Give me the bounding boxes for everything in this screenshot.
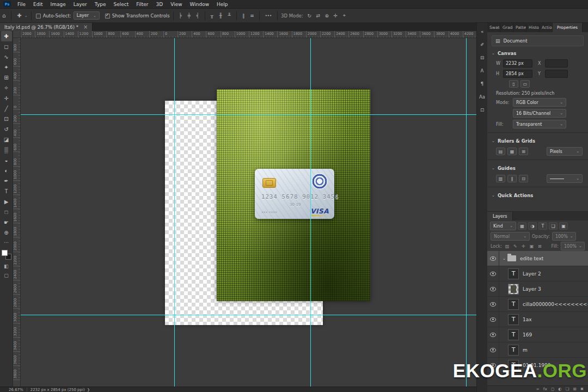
canvas-section-header[interactable]: ⌄ Canvas xyxy=(487,48,588,58)
clone-stamp-tool[interactable]: ⊡ xyxy=(1,114,12,124)
blend-mode-dropdown[interactable]: Normal xyxy=(491,232,530,241)
layer-filter-icon[interactable]: ▦ xyxy=(518,222,526,230)
align-icon[interactable]: ╪ xyxy=(186,13,193,19)
visibility-toggle[interactable] xyxy=(487,251,499,266)
visibility-toggle[interactable] xyxy=(487,297,499,311)
panel-tab[interactable]: Swatc xyxy=(487,23,500,32)
character-panel-icon[interactable]: A xyxy=(477,66,487,75)
menu-item[interactable]: Window xyxy=(186,2,213,7)
align-icon[interactable]: ╞ xyxy=(177,13,184,19)
units-dropdown[interactable]: Pixels xyxy=(547,147,583,156)
paragraph-panel-icon[interactable]: ¶ xyxy=(477,79,487,88)
adjustment-layer-icon[interactable]: ◐ xyxy=(558,387,562,392)
menu-item[interactable]: 3D xyxy=(152,2,167,7)
horizontal-guide[interactable] xyxy=(21,114,476,115)
orientation-icon[interactable]: ▭ xyxy=(520,80,530,88)
layer-row[interactable]: Layer 3 xyxy=(487,281,588,297)
lock-icon[interactable]: ▨ xyxy=(504,244,510,249)
screen-mode-icon[interactable]: ▢ xyxy=(4,273,9,278)
dodge-tool[interactable]: ◐ xyxy=(1,166,12,176)
visibility-toggle[interactable] xyxy=(487,327,499,342)
swatches-panel-icon[interactable]: ⊟ xyxy=(477,53,487,62)
home-icon[interactable]: ⌂ xyxy=(0,13,8,19)
3d-mode-icon[interactable]: ✛ xyxy=(332,13,339,19)
hand-tool[interactable]: ☛ xyxy=(1,217,12,228)
vertical-guide[interactable] xyxy=(174,38,175,387)
expand-caret-icon[interactable]: ⌄ xyxy=(503,256,506,261)
foreground-color-swatch[interactable] xyxy=(2,250,8,256)
auto-select-dropdown[interactable]: Layer xyxy=(74,11,100,20)
orientation-icon[interactable]: ▯ xyxy=(509,80,518,88)
align-icon[interactable]: ╡ xyxy=(194,13,201,19)
panel-tab[interactable]: Histo xyxy=(526,23,540,32)
photoshop-app-icon[interactable]: Ps xyxy=(3,1,11,7)
canvas-fill-dropdown[interactable]: Transparent xyxy=(513,120,566,128)
align-icon[interactable]: ╫ xyxy=(217,13,224,19)
tab-layers[interactable]: Layers xyxy=(487,212,513,220)
visibility-toggle[interactable] xyxy=(487,266,499,281)
lock-icon[interactable]: ⊠ xyxy=(537,244,543,249)
zoom-level-field[interactable]: 26.67% xyxy=(9,388,23,392)
canvas-viewport[interactable]: 1234 5678 9012 3456 30-19 xxx xxxx VISA xyxy=(21,38,476,387)
y-field[interactable] xyxy=(545,70,568,78)
marquee-tool[interactable]: ◻ xyxy=(1,41,12,52)
eyedropper-tool[interactable]: ✧ xyxy=(1,83,12,93)
color-swatches[interactable] xyxy=(2,250,11,260)
kind-filter-dropdown[interactable]: Kind xyxy=(490,222,516,230)
status-arrow-icon[interactable]: ❯ xyxy=(87,388,90,392)
document-tab[interactable]: Italy id.psd @ 26.7% (RGB/16) * × xyxy=(0,23,93,31)
x-field[interactable] xyxy=(545,59,568,68)
zoom-tool[interactable]: ⊕ xyxy=(1,228,12,238)
3d-mode-icon[interactable]: ↻ xyxy=(306,13,313,19)
show-transform-checkbox[interactable] xyxy=(105,14,110,19)
menu-item[interactable]: File xyxy=(14,2,29,7)
layer-filter-icon[interactable]: ▣ xyxy=(559,222,568,230)
pen-tool[interactable]: ✒ xyxy=(1,176,12,186)
opacity-field[interactable]: 100% xyxy=(552,232,576,241)
eraser-tool[interactable]: ◪ xyxy=(1,134,12,145)
panel-tab[interactable]: Patte xyxy=(513,23,526,32)
menu-item[interactable]: View xyxy=(167,2,186,7)
ruler-grid-toggle-icon[interactable]: ⊞ xyxy=(519,148,528,155)
ruler-grid-toggle-icon[interactable]: ▤ xyxy=(496,148,505,155)
bit-depth-dropdown[interactable]: 16 Bits/Channel xyxy=(513,109,566,118)
healing-brush-tool[interactable]: ✛ xyxy=(1,93,12,103)
delete-layer-icon[interactable]: ✖ xyxy=(580,387,584,392)
3d-mode-icon[interactable]: ⌖ xyxy=(341,13,348,19)
collapse-panels-icon[interactable]: « xyxy=(477,27,487,36)
guides-section-header[interactable]: ⌄ Guides xyxy=(487,163,588,173)
visibility-toggle[interactable] xyxy=(487,312,499,327)
visibility-toggle[interactable] xyxy=(487,281,499,296)
menu-item[interactable]: Filter xyxy=(132,2,152,7)
guide-toggle-icon[interactable]: ∥ xyxy=(507,175,517,182)
brush-settings-icon[interactable]: ✐ xyxy=(477,40,487,49)
align-icon[interactable]: ╨ xyxy=(226,13,233,19)
lock-icon[interactable]: ▣ xyxy=(529,244,535,249)
vertical-ruler[interactable]: 8006004002000200400600800100012001400160… xyxy=(13,38,21,387)
edit-toolbar-icon[interactable]: ⋯ xyxy=(4,240,9,245)
layer-row[interactable]: cilla0000000<<<<<<<<<0 d xyxy=(487,297,588,312)
layer-filter-icon[interactable]: ◑ xyxy=(528,222,537,230)
shape-tool[interactable]: □ xyxy=(1,207,12,217)
quick-selection-tool[interactable]: ✦ xyxy=(1,62,12,72)
history-brush-tool[interactable]: ↺ xyxy=(1,124,12,134)
more-options-icon[interactable]: ••• xyxy=(263,14,274,18)
move-tool[interactable]: ✚ xyxy=(1,31,12,41)
vertical-guide[interactable] xyxy=(466,38,467,387)
link-layers-icon[interactable]: ∞ xyxy=(536,387,540,392)
tab-properties[interactable]: Properties xyxy=(553,23,583,32)
color-mode-dropdown[interactable]: RGB Color xyxy=(513,98,566,107)
layer-filter-icon[interactable]: T xyxy=(538,222,547,230)
visibility-toggle[interactable] xyxy=(487,342,499,357)
vertical-guide[interactable] xyxy=(310,38,311,387)
menu-item[interactable]: Type xyxy=(91,2,110,7)
layer-group-icon[interactable]: ❏ xyxy=(566,387,569,392)
lasso-tool[interactable]: ∿ xyxy=(1,52,12,62)
panel-tab[interactable]: Gradi xyxy=(500,23,513,32)
3d-mode-icon[interactable]: ⇄ xyxy=(315,13,322,19)
move-tool-preset-icon[interactable]: ✚ xyxy=(15,13,23,19)
lock-icon[interactable]: ✎ xyxy=(512,244,518,249)
distribute-icon[interactable]: ≡ xyxy=(249,13,256,19)
layer-row[interactable]: Layer 2 xyxy=(487,266,588,281)
align-icon[interactable]: ╥ xyxy=(209,13,216,19)
